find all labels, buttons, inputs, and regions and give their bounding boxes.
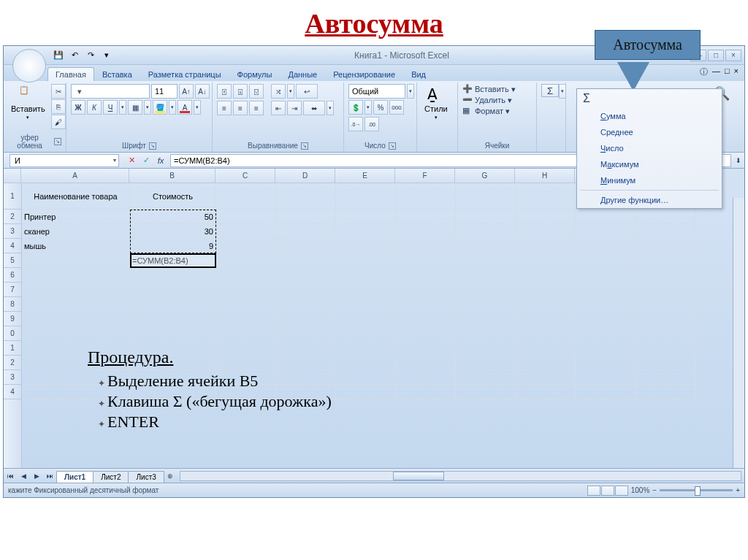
cell[interactable] xyxy=(336,297,396,312)
cell[interactable] xyxy=(22,253,130,268)
cell[interactable] xyxy=(456,210,516,224)
dialog-launcher-icon[interactable]: ↘ xyxy=(149,142,156,150)
row-header[interactable]: 2 xyxy=(4,210,21,224)
cell[interactable] xyxy=(216,239,276,253)
cell[interactable] xyxy=(456,341,516,356)
zoom-out-icon[interactable]: − xyxy=(652,486,657,494)
cell[interactable] xyxy=(396,356,456,370)
doc-close-icon[interactable]: × xyxy=(734,66,739,77)
cell[interactable] xyxy=(516,210,576,224)
bold-button[interactable]: Ж xyxy=(71,100,85,115)
row-header[interactable]: 9 xyxy=(4,312,21,326)
col-header[interactable]: D xyxy=(275,169,335,183)
cell[interactable] xyxy=(22,297,130,312)
cell[interactable] xyxy=(336,253,396,268)
cell[interactable] xyxy=(216,283,276,297)
cell[interactable] xyxy=(216,210,276,224)
enter-formula-icon[interactable]: ✓ xyxy=(140,154,153,167)
cell[interactable] xyxy=(456,385,516,399)
menu-sum[interactable]: Сумма xyxy=(577,108,722,124)
view-page-break-icon[interactable] xyxy=(615,486,628,496)
cell[interactable] xyxy=(456,326,516,341)
cell[interactable] xyxy=(336,356,396,370)
cell[interactable] xyxy=(636,253,695,268)
cell[interactable] xyxy=(516,385,576,399)
cell[interactable] xyxy=(576,283,636,297)
cell[interactable] xyxy=(22,268,130,283)
cell[interactable] xyxy=(276,253,336,268)
cell[interactable] xyxy=(456,283,516,297)
cell[interactable] xyxy=(276,183,336,210)
cell[interactable] xyxy=(516,356,576,370)
col-header[interactable]: A xyxy=(21,169,129,183)
help-icon[interactable]: ⓘ xyxy=(700,66,708,77)
cell[interactable] xyxy=(276,239,336,253)
next-sheet-icon[interactable]: ▶ xyxy=(30,469,43,483)
cell[interactable] xyxy=(576,341,636,356)
cell[interactable] xyxy=(636,283,695,297)
cell[interactable] xyxy=(216,253,276,268)
cell[interactable] xyxy=(516,268,576,283)
cell[interactable] xyxy=(216,297,276,312)
border-button[interactable]: ▦ xyxy=(128,100,142,115)
cell[interactable] xyxy=(276,224,336,239)
delete-cells-button[interactable]: ➖Удалить ▾ xyxy=(462,95,516,105)
paste-button[interactable]: 📋 Вставить ▾ xyxy=(8,84,48,122)
cell[interactable] xyxy=(336,370,396,385)
shrink-font-icon[interactable]: A↓ xyxy=(195,84,210,99)
autosum-dropdown[interactable]: ▾ xyxy=(559,84,566,99)
cell[interactable] xyxy=(216,183,276,210)
col-header[interactable]: C xyxy=(215,169,275,183)
cell[interactable] xyxy=(636,297,695,312)
tab-view[interactable]: Вид xyxy=(403,67,434,81)
cell[interactable] xyxy=(276,312,336,326)
cell[interactable] xyxy=(396,183,456,210)
cell[interactable] xyxy=(516,239,576,253)
row-header[interactable]: 3 xyxy=(4,224,21,239)
cell[interactable] xyxy=(576,253,636,268)
cell[interactable] xyxy=(456,224,516,239)
cell[interactable]: Стоимость xyxy=(130,183,216,210)
cell[interactable] xyxy=(636,312,695,326)
dialog-launcher-icon[interactable]: ↘ xyxy=(389,142,396,150)
col-header[interactable]: F xyxy=(395,169,455,183)
cell[interactable] xyxy=(276,268,336,283)
cell[interactable] xyxy=(456,297,516,312)
cell[interactable] xyxy=(216,326,276,341)
cell[interactable] xyxy=(516,183,576,210)
cell[interactable] xyxy=(276,210,336,224)
indent-increase-icon[interactable]: ⇥ xyxy=(287,101,302,115)
comma-icon[interactable]: 000 xyxy=(389,100,404,115)
font-name-box[interactable]: ▾ xyxy=(71,84,150,99)
cell[interactable] xyxy=(22,326,130,341)
cell[interactable] xyxy=(396,326,456,341)
row-header[interactable]: 4 xyxy=(4,385,21,399)
cell[interactable] xyxy=(396,297,456,312)
fx-icon[interactable]: fx xyxy=(154,154,167,167)
cell[interactable] xyxy=(576,239,636,253)
expand-formula-bar-icon[interactable]: ⬇ xyxy=(736,157,741,164)
row-header[interactable]: 3 xyxy=(4,370,21,385)
italic-button[interactable]: К xyxy=(87,100,102,115)
redo-icon[interactable]: ↷ xyxy=(84,49,97,62)
cell[interactable] xyxy=(130,283,216,297)
zoom-slider[interactable] xyxy=(660,489,733,491)
menu-count[interactable]: Число xyxy=(577,140,722,156)
cell[interactable] xyxy=(456,268,516,283)
sheet-tab[interactable]: Лист3 xyxy=(128,471,164,483)
cell[interactable] xyxy=(456,183,516,210)
cell[interactable]: =СУММ(B2:B4) xyxy=(130,253,216,268)
styles-button[interactable]: A̱ Стили ▾ xyxy=(421,84,451,122)
cell[interactable] xyxy=(516,297,576,312)
cell[interactable] xyxy=(396,224,456,239)
cell[interactable] xyxy=(456,312,516,326)
cell[interactable] xyxy=(576,210,636,224)
grow-font-icon[interactable]: A↑ xyxy=(179,84,194,99)
cell[interactable] xyxy=(516,253,576,268)
cell[interactable] xyxy=(636,385,695,399)
horizontal-scrollbar[interactable] xyxy=(180,471,741,481)
underline-button[interactable]: Ч xyxy=(103,100,118,115)
cell[interactable]: сканер xyxy=(22,224,130,239)
menu-min[interactable]: Минимум xyxy=(577,172,722,188)
cell[interactable] xyxy=(276,297,336,312)
